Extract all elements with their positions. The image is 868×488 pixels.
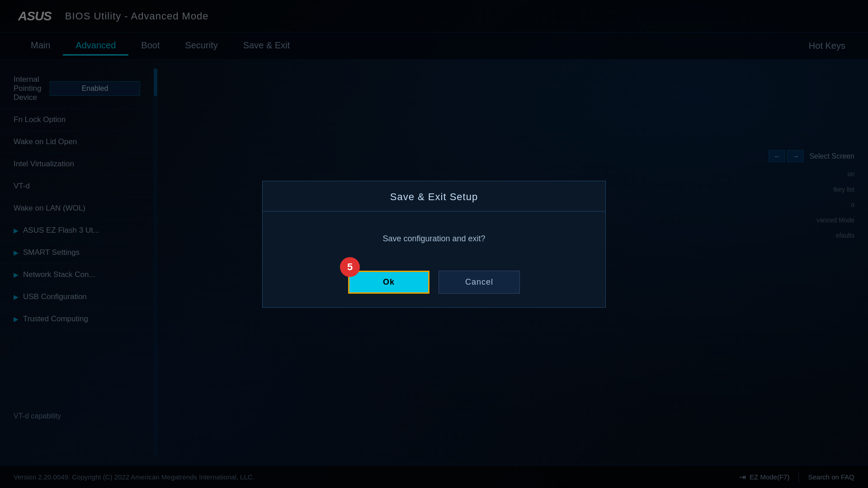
modal-message: Save configuration and exit? <box>382 234 485 243</box>
modal-overlay: Save & Exit Setup Save configuration and… <box>0 0 868 488</box>
modal-footer: 5 Ok Cancel <box>263 271 605 307</box>
modal-title: Save & Exit Setup <box>281 191 587 203</box>
cancel-button[interactable]: Cancel <box>439 271 520 294</box>
ok-button[interactable]: Ok <box>348 271 429 294</box>
modal-body: Save configuration and exit? <box>263 211 605 271</box>
save-exit-dialog: Save & Exit Setup Save configuration and… <box>262 181 606 308</box>
modal-header: Save & Exit Setup <box>263 181 605 211</box>
ok-button-wrapper: 5 Ok <box>348 271 429 294</box>
step-badge-5: 5 <box>340 257 360 277</box>
